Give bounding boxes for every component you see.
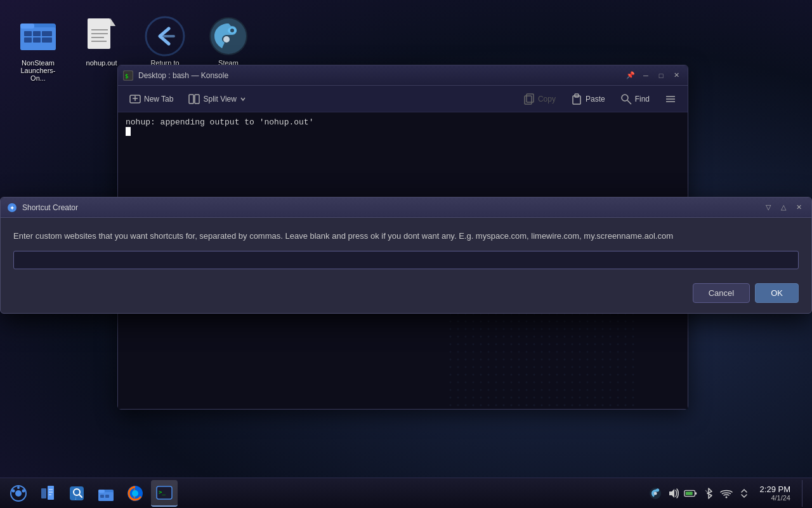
- dialog-title-text: Shortcut Creator: [22, 203, 78, 212]
- taskbar-item-files[interactable]: [34, 480, 61, 507]
- taskbar-item-firefox[interactable]: [122, 480, 148, 507]
- paste-label: Paste: [586, 95, 605, 104]
- konsole-toolbar: New Tab Split View: [118, 86, 688, 112]
- terminal-line-1: nohup: appending output to 'nohup.out': [126, 117, 680, 127]
- nohup-icon-img: [81, 16, 122, 57]
- svg-rect-8: [42, 37, 52, 43]
- toolbar-right: Copy Paste Find: [517, 90, 683, 108]
- svg-line-34: [627, 100, 631, 104]
- svg-rect-58: [98, 490, 105, 493]
- paste-icon: [571, 93, 582, 105]
- svg-rect-59: [100, 495, 104, 498]
- taskbar-terminal-icon: >_: [155, 484, 173, 502]
- terminal-icon: $: [124, 71, 133, 80]
- svg-text:✦: ✦: [10, 204, 15, 211]
- tray-expand-icon[interactable]: [737, 486, 751, 500]
- dialog-close-btn[interactable]: ✕: [792, 201, 805, 214]
- svg-point-44: [12, 489, 15, 492]
- split-view-arrow: [240, 96, 246, 102]
- svg-rect-47: [41, 488, 46, 498]
- terminal-prompt: [126, 127, 680, 138]
- dialog-titlebar-left: ✦ Shortcut Creator: [7, 203, 78, 213]
- plasma-icon: [10, 485, 27, 502]
- konsole-titlebar: $ Desktop : bash — Konsole 📌 ─ □ ✕: [118, 65, 688, 86]
- dialog-minimize-btn[interactable]: ▽: [762, 201, 775, 214]
- svg-rect-7: [33, 37, 41, 43]
- clock-time: 2:29 PM: [760, 485, 790, 494]
- find-label: Find: [635, 95, 650, 104]
- svg-rect-71: [685, 491, 692, 495]
- taskbar-item-discover[interactable]: ↓: [63, 480, 90, 507]
- terminal-cursor: [126, 127, 131, 136]
- konsole-app-icon: $: [123, 70, 133, 81]
- text-file-icon: [86, 17, 117, 55]
- tray-steam-icon[interactable]: [648, 486, 662, 500]
- folder-icon: [19, 17, 57, 55]
- tray-bluetooth-icon[interactable]: [702, 486, 716, 500]
- tray-battery-icon[interactable]: [684, 486, 698, 500]
- svg-point-46: [17, 486, 20, 489]
- dialog-expand-btn[interactable]: △: [777, 201, 790, 214]
- dialog-message: Enter custom websites that you want shor…: [13, 231, 799, 242]
- dialog-website-input[interactable]: [13, 251, 799, 269]
- new-tab-icon: [129, 93, 141, 105]
- svg-point-43: [15, 490, 22, 497]
- svg-marker-68: [669, 489, 674, 498]
- window-minimize-btn[interactable]: ─: [639, 69, 652, 82]
- paste-btn[interactable]: Paste: [565, 90, 612, 108]
- svg-rect-30: [525, 96, 532, 104]
- taskbar-item-filemanager[interactable]: [93, 480, 119, 507]
- dialog-body: Enter custom websites that you want shor…: [1, 218, 811, 276]
- clock-date: 4/1/24: [760, 494, 790, 502]
- desktop-icon-nonsteam[interactable]: NonSteam Launchers-On...: [13, 13, 63, 85]
- wifi-svg: [719, 487, 733, 500]
- copy-label: Copy: [538, 95, 556, 104]
- svg-rect-27: [189, 95, 193, 104]
- more-options-btn[interactable]: [658, 90, 683, 108]
- back-arrow-icon: [145, 16, 185, 57]
- taskbar-item-plasma[interactable]: [5, 480, 32, 507]
- tray-wifi-icon[interactable]: [719, 486, 733, 500]
- window-close-btn[interactable]: ✕: [670, 69, 683, 82]
- show-desktop-btn[interactable]: [802, 480, 807, 507]
- returnto-icon-img: [145, 16, 185, 57]
- svg-point-45: [22, 489, 25, 492]
- split-view-label: Split View: [203, 95, 236, 104]
- volume-svg: [667, 487, 679, 500]
- svg-rect-4: [33, 31, 41, 36]
- svg-point-21: [230, 29, 234, 32]
- svg-point-62: [132, 490, 138, 497]
- konsole-title: Desktop : bash — Konsole: [138, 71, 228, 80]
- svg-rect-6: [24, 37, 32, 43]
- clock[interactable]: 2:29 PM 4/1/24: [755, 483, 796, 503]
- find-icon: [620, 93, 632, 105]
- filemanager-icon: [97, 485, 115, 502]
- titlebar-left: $ Desktop : bash — Konsole: [123, 70, 228, 81]
- titlebar-controls: 📌 ─ □ ✕: [624, 69, 683, 82]
- svg-point-33: [622, 95, 628, 101]
- new-tab-btn[interactable]: New Tab: [123, 90, 180, 108]
- taskbar-left: ↓: [5, 480, 178, 507]
- svg-point-67: [653, 491, 657, 495]
- steam-icon-img: [208, 16, 249, 57]
- split-view-btn[interactable]: Split View: [182, 90, 252, 108]
- taskbar-item-terminal[interactable]: >_: [151, 480, 178, 507]
- discover-icon: ↓: [68, 485, 86, 502]
- tray-volume-icon[interactable]: [666, 486, 680, 500]
- dialog-ok-btn[interactable]: OK: [755, 283, 799, 303]
- hamburger-icon: [665, 93, 676, 105]
- find-btn[interactable]: Find: [614, 90, 656, 108]
- window-pin-btn[interactable]: 📌: [624, 69, 637, 82]
- svg-rect-3: [24, 31, 32, 36]
- copy-btn[interactable]: Copy: [517, 90, 562, 108]
- window-maximize-btn[interactable]: □: [655, 69, 667, 82]
- svg-rect-48: [48, 486, 54, 500]
- bluetooth-svg: [702, 487, 715, 500]
- svg-marker-11: [110, 18, 115, 26]
- nonsteam-icon-label: NonSteam: [22, 59, 55, 67]
- dialog-cancel-btn[interactable]: Cancel: [693, 283, 750, 303]
- dialog-controls: ▽ △ ✕: [762, 201, 805, 214]
- svg-rect-29: [527, 94, 534, 102]
- taskbar: ↓: [0, 478, 812, 508]
- dialog-titlebar: ✦ Shortcut Creator ▽ △ ✕: [1, 197, 811, 218]
